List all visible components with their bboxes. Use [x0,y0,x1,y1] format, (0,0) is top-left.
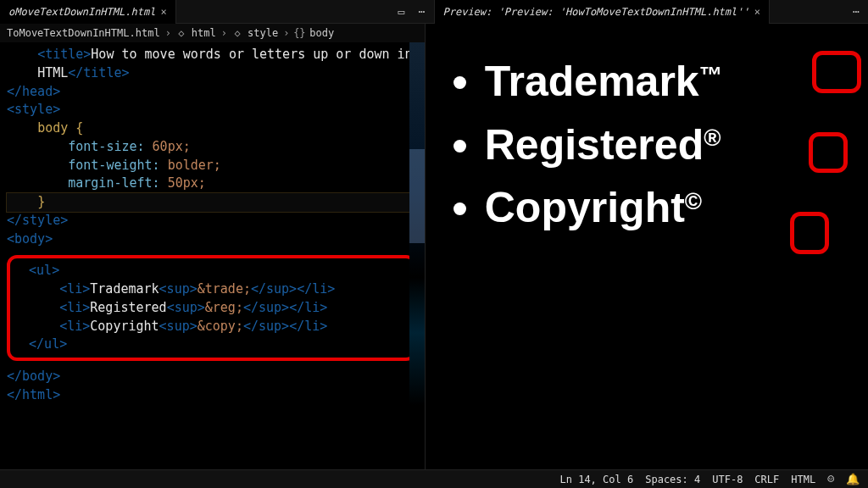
code-line[interactable]: font-weight: bolder; [7,157,425,175]
preview-list: Trademark™ Registered® Copyright© [485,59,860,230]
close-icon[interactable]: × [754,6,760,18]
breadcrumb-item[interactable]: html [192,27,216,39]
more-icon[interactable]: ⋯ [849,5,863,19]
annotation-highlight-box: <ul> <li>Trademark<sup>&trade;</sup></li… [7,255,416,361]
code-line[interactable]: <title>How to move words or letters up o… [7,46,425,64]
split-editor-icon[interactable]: ▭ [395,5,409,19]
editor-pane: ToMoveTextDownInHTML.html › ◇ html › ◇ s… [0,24,426,469]
more-icon[interactable]: ⋯ [415,5,429,19]
code-editor[interactable]: <title>How to move words or letters up o… [0,42,425,469]
code-line-active[interactable]: } [7,193,425,212]
split-view: ToMoveTextDownInHTML.html › ◇ html › ◇ s… [0,24,868,469]
editor-toolbar: ▭ ⋯ [395,5,434,19]
breadcrumb-file[interactable]: ToMoveTextDownInHTML.html [7,27,160,39]
code-line[interactable]: </style> [7,212,425,230]
feedback-icon[interactable]: ☺ [827,473,834,485]
status-bar: Ln 14, Col 6 Spaces: 4 UTF-8 CRLF HTML ☺… [0,469,868,488]
code-line[interactable]: body { [7,119,425,138]
status-position[interactable]: Ln 14, Col 6 [560,474,634,485]
cube-icon: ◇ [232,28,242,38]
tab-preview[interactable]: Preview: 'Preview: 'HowToMoveTextDownInH… [435,0,770,24]
item-text: Trademark [485,58,699,105]
item-text: Copyright [485,184,685,231]
code-line[interactable]: HTML</title> [7,64,425,83]
code-line[interactable]: <li>Trademark<sup>&trade;</sup></li> [14,280,409,299]
code-line[interactable]: <li>Registered<sup>&reg;</sup></li> [14,299,409,318]
code-line[interactable]: <ul> [14,262,409,280]
status-eol[interactable]: CRLF [754,474,779,485]
tab-label: Preview: 'Preview: 'HowToMoveTextDownInH… [443,6,749,18]
brackets-icon: {} [294,28,304,38]
breadcrumb-item[interactable]: body [309,27,334,39]
tab-group-left: oMoveTextDownInHTML.html × ▭ ⋯ [0,0,434,23]
preview-pane: Trademark™ Registered® Copyright© [426,24,868,469]
copyright-symbol: © [685,188,702,214]
close-icon[interactable]: × [160,6,166,18]
tab-editor-file[interactable]: oMoveTextDownInHTML.html × [0,0,176,24]
vscode-window: oMoveTextDownInHTML.html × ▭ ⋯ Preview: … [0,0,868,488]
chevron-icon: › [165,27,171,39]
code-line[interactable]: </head> [7,83,425,102]
tab-label: oMoveTextDownInHTML.html [8,6,155,18]
cube-icon: ◇ [176,28,186,38]
preview-toolbar: ⋯ [849,5,868,19]
status-encoding[interactable]: UTF-8 [712,474,743,485]
code-line[interactable]: <body> [7,230,425,249]
item-text: Registered [485,121,704,169]
status-language[interactable]: HTML [791,474,815,485]
tab-bar: oMoveTextDownInHTML.html × ▭ ⋯ Preview: … [0,0,868,24]
chevron-icon: › [221,27,227,39]
list-item: Copyright© [485,186,860,230]
code-line[interactable]: <li>Copyright<sup>&copy;</sup></li> [14,318,409,336]
trademark-symbol: ™ [699,62,723,88]
list-item: Trademark™ [485,59,860,104]
breadcrumb[interactable]: ToMoveTextDownInHTML.html › ◇ html › ◇ s… [0,24,425,42]
bell-icon[interactable]: 🔔 [846,473,860,485]
code-line[interactable]: <style> [7,101,425,119]
breadcrumb-item[interactable]: style [248,27,278,39]
code-line[interactable]: </html> [7,386,425,405]
registered-symbol: ® [704,125,721,151]
list-item: Registered® [485,123,860,168]
status-spaces[interactable]: Spaces: 4 [645,474,700,485]
code-line[interactable]: </ul> [14,336,409,354]
code-line[interactable]: </body> [7,368,425,386]
tab-group-right: Preview: 'Preview: 'HowToMoveTextDownInH… [435,0,869,23]
code-line[interactable]: margin-left: 50px; [7,175,425,193]
minimap[interactable] [409,42,425,469]
chevron-icon: › [283,27,289,39]
code-line[interactable]: font-size: 60px; [7,138,425,157]
